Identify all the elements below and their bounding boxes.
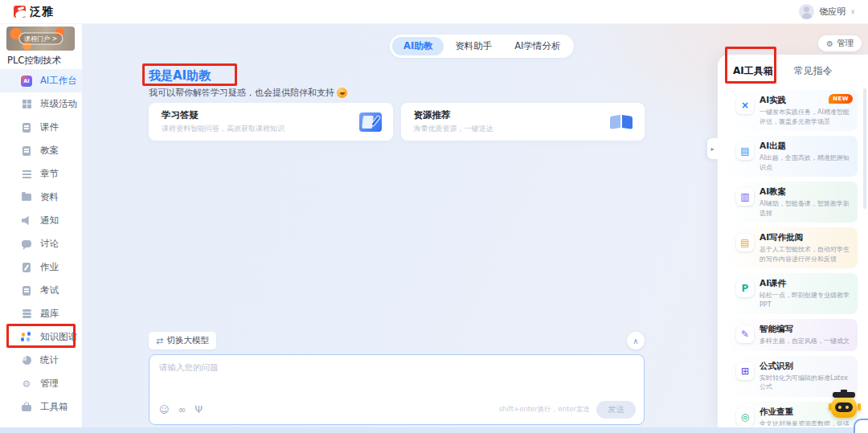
class-activity-icon [20, 98, 33, 110]
sidebar-item-label: 工具箱 [40, 401, 68, 413]
sidebar-item-exam[interactable]: 考试 [0, 279, 82, 302]
plagiarism-check-icon: ◎ [736, 408, 754, 426]
tool-card-ai-practice[interactable]: ×AI实践一键发布实践任务，AI精准智能评估，覆盖多元教学场景NEW [730, 90, 858, 131]
send-button[interactable]: 发送 [596, 401, 636, 419]
course-portal-tag[interactable]: 课程门户 > [18, 33, 63, 45]
tool-desc: 轻松一点，即刻创建专业级教学PPT [760, 291, 851, 309]
input-footer-icons: ☺ ∞ Ψ [159, 405, 203, 415]
sidebar-item-ai-workbench[interactable]: AIAI工作台 [0, 69, 82, 92]
send-hint: shift+enter换行，enter发送 [499, 405, 590, 415]
card-desc: 课程资料智能问答，高效获取课程知识 [162, 124, 285, 134]
chevron-right-icon: ▸ [710, 145, 714, 153]
sidebar-item-discussion[interactable]: 讨论 [0, 232, 82, 255]
sidebar-item-notice[interactable]: 通知 [0, 209, 82, 232]
avatar [799, 4, 814, 19]
switch-model-button[interactable]: ⇄ 切换大模型 [149, 332, 216, 349]
sidebar-item-label: 作业 [40, 261, 59, 273]
panel-tab-ai-toolbox[interactable]: AI工具箱 [733, 64, 773, 78]
courseware-icon [20, 121, 33, 133]
tool-name: 智能编写 [760, 324, 850, 335]
tool-name: AI课件 [760, 278, 851, 289]
user-menu[interactable]: 饶应明 ∨ [799, 4, 855, 19]
ai-workbench-icon: AI [20, 75, 33, 87]
sidebar-item-statistics[interactable]: 统计 [0, 349, 82, 372]
homework-icon [20, 261, 33, 273]
ai-toolbox-panel: ▸ AI工具箱常见指令 ×AI实践一键发布实践任务，AI精准智能评估，覆盖多元教… [718, 55, 868, 427]
sidebar-item-label: 课件 [40, 121, 59, 133]
card-title: 资源推荐 [414, 109, 493, 121]
open-book-icon [609, 112, 633, 132]
folder-pencil-icon [359, 112, 382, 132]
tool-name: AI出题 [760, 141, 851, 152]
toolbox-tabs: AI工具箱常见指令 [733, 64, 833, 78]
sidebar-item-materials[interactable]: 资料 [0, 186, 82, 209]
sidebar-item-question-bank[interactable]: 题库 [0, 302, 82, 325]
question-input[interactable] [159, 362, 634, 400]
tool-card-formula-recognition[interactable]: ⊞公式识别实时转化为可编辑的标准Latex公式 [730, 356, 858, 397]
manage-label: 管理 [837, 38, 854, 49]
tool-card-smart-writing[interactable]: ✎智能编写多样主题，自定风格，一键成文 [730, 319, 858, 351]
tool-desc: AI出题，全面高效，精准把握知识点 [760, 153, 851, 172]
question-input-box: ☺ ∞ Ψ shift+enter换行，enter发送 发送 [149, 354, 645, 425]
prompt-cards: 学习答疑 课程资料智能问答，高效获取课程知识 资源推荐 海量优质资源，一键送达 [149, 103, 645, 141]
tab-ai-learning-analysis[interactable]: AI学情分析 [503, 37, 571, 55]
sidebar-item-courseware[interactable]: 课件 [0, 116, 82, 139]
ai-courseware-icon: P [736, 280, 754, 297]
tool-card-ai-lesson-plan[interactable]: ▥AI教案AI辅助，智能备课，智慧教学新选择 [730, 182, 858, 223]
manage-icon: ⚙ [20, 378, 33, 390]
card-study-qa[interactable]: 学习答疑 课程资料智能问答，高效获取课程知识 [149, 103, 393, 141]
tool-card-ai-question[interactable]: ▤AI出题AI出题，全面高效，精准把握知识点 [730, 136, 858, 177]
gear-icon: ⚙ [826, 39, 833, 48]
sidebar-item-manage[interactable]: ⚙管理 [0, 372, 82, 395]
sidebar-item-label: 资料 [40, 191, 59, 203]
attachment-icon[interactable]: ∞ [178, 405, 186, 415]
sidebar-item-class-activity[interactable]: 班级活动 [0, 92, 82, 116]
emoji-icon[interactable]: ☺ [159, 405, 170, 415]
manage-button[interactable]: ⚙ 管理 [818, 35, 862, 51]
tab-material-helper[interactable]: 资料助手 [444, 37, 503, 55]
sidebar-item-homework[interactable]: 作业 [0, 255, 82, 279]
tool-name: AI写作批阅 [760, 232, 851, 243]
panel-tab-common-commands[interactable]: 常见指令 [794, 64, 833, 78]
panel-scrollbar[interactable] [863, 88, 866, 209]
materials-icon [20, 191, 33, 203]
sidebar-item-label: 统计 [40, 354, 59, 366]
left-sidebar: 课程门户 > PLC控制技术 AIAI工作台班级活动课件教案章节资料通知讨论作业… [0, 24, 82, 427]
ai-practice-icon: × [736, 96, 754, 114]
sidebar-item-label: 题库 [40, 308, 59, 320]
formula-recognition-icon: ⊞ [736, 362, 754, 380]
assistant-tabs: AI助教资料助手AI学情分析 [390, 35, 574, 58]
card-desc: 海量优质资源，一键送达 [414, 124, 493, 134]
brand[interactable]: 泛雅 [14, 5, 54, 19]
tab-ai-assistant[interactable]: AI助教 [392, 37, 444, 55]
card-resource-recommend[interactable]: 资源推荐 海量优质资源，一键送达 [401, 103, 645, 141]
tool-desc: 基于人工智能技术，自动对学生的写作内容进行评分和反馈 [760, 245, 851, 263]
sidebar-item-chapters[interactable]: 章节 [0, 162, 82, 186]
sidebar-item-label: 考试 [40, 284, 59, 296]
corner-bubble[interactable] [854, 419, 868, 433]
knowledge-graph-icon [20, 331, 33, 343]
page: 泛雅 饶应明 ∨ 课程门户 > PLC控制技术 AIAI工作台班级活动课件教案章… [0, 0, 868, 433]
sidebar-menu: AIAI工作台班级活动课件教案章节资料通知讨论作业考试题库知识图谱统计⚙管理工具… [0, 69, 82, 419]
course-name: PLC控制技术 [7, 55, 61, 67]
sidebar-item-label: 知识图谱 [40, 331, 77, 343]
swap-arrows-icon: ⇄ [156, 336, 163, 346]
tools-list: ×AI实践一键发布实践任务，AI精准智能评估，覆盖多元教学场景NEW▤AI出题A… [730, 90, 858, 426]
collapse-panel-button[interactable]: ∧ [627, 332, 645, 349]
ai-lesson-plan-icon: ▥ [736, 188, 754, 206]
switch-model-label: 切换大模型 [166, 335, 209, 346]
sidebar-item-label: 班级活动 [40, 98, 77, 110]
tool-card-ai-courseware[interactable]: PAI课件轻松一点，即刻创建专业级教学PPT [730, 273, 858, 314]
sidebar-item-knowledge-graph[interactable]: 知识图谱 [0, 325, 82, 349]
course-portal-thumbnail[interactable]: 课程门户 > [6, 27, 75, 51]
sidebar-item-toolbox[interactable]: 工具箱 [0, 395, 82, 419]
panel-collapse-handle[interactable]: ▸ [707, 138, 718, 159]
tool-card-ai-writing-review[interactable]: ▤AI写作批阅基于人工智能技术，自动对学生的写作内容进行评分和反馈 [730, 227, 858, 268]
chevron-up-icon: ∧ [633, 337, 638, 345]
sidebar-item-lesson-plan[interactable]: 教案 [0, 139, 82, 162]
microphone-icon[interactable]: Ψ [195, 405, 203, 415]
tool-name: 公式识别 [760, 361, 851, 372]
chevron-down-icon: ∨ [850, 8, 855, 15]
fanya-logo-icon [14, 6, 26, 18]
smart-writing-icon: ✎ [736, 325, 754, 343]
